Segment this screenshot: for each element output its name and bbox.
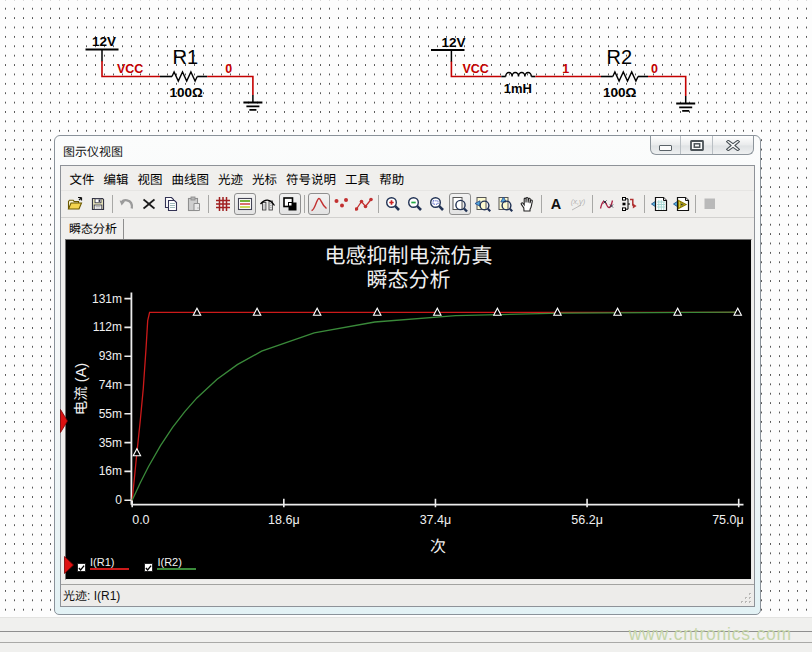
legend-select-arrow[interactable] (64, 556, 74, 574)
export-excel-button[interactable] (648, 193, 670, 215)
export-graph-button[interactable] (619, 193, 641, 215)
grid-icon (215, 196, 231, 212)
wire[interactable] (207, 77, 253, 96)
plot-area[interactable] (66, 240, 751, 579)
undo-button (115, 193, 137, 215)
svg-text:(x,y): (x,y) (571, 197, 586, 206)
x-tick-label: 75.0μ (684, 513, 744, 527)
supply-voltage-label: 12V (92, 34, 116, 49)
zoom-vertical-button[interactable] (493, 193, 515, 215)
y-tick-label: 74m (62, 379, 122, 391)
legend-color-line (90, 568, 129, 570)
legend-checkbox-I(R2)[interactable] (144, 563, 153, 572)
legend-color-line (157, 568, 196, 570)
zoom-page-button[interactable] (449, 193, 471, 215)
close-button[interactable] (713, 136, 753, 154)
toolbar: A(x,y) (61, 191, 754, 218)
maximize-button[interactable] (681, 136, 712, 154)
x-tick-label: 0.0 (132, 513, 192, 527)
zoom-out-button[interactable] (404, 193, 426, 215)
menu-bar: 文件编辑视图曲线图光迹光标符号说明工具帮助 (61, 166, 754, 191)
graph-properties-icon (259, 196, 276, 212)
toolbar-separator (208, 195, 209, 213)
trace-dots-line-button[interactable] (352, 193, 374, 215)
axes-lines (131, 293, 743, 505)
inductor-symbol[interactable] (506, 72, 532, 76)
graph-properties-button[interactable] (256, 193, 278, 215)
wire[interactable] (648, 77, 686, 97)
copy-button[interactable] (160, 193, 182, 215)
invert-colors-button[interactable] (279, 193, 301, 215)
zoom-horizontal-button[interactable] (471, 193, 493, 215)
y-axis-select-arrow[interactable] (60, 409, 68, 433)
overlay-traces-icon (599, 196, 616, 212)
copy-icon (163, 196, 179, 212)
y-tick-label: 112m (62, 321, 122, 333)
pan-hand-button[interactable] (516, 193, 538, 215)
zoom-page-icon (451, 196, 468, 213)
ground-symbol[interactable] (243, 103, 262, 110)
export-graph-icon (621, 196, 638, 212)
undo-icon (119, 196, 135, 212)
toolbar-separator (304, 195, 305, 213)
resistor-symbol[interactable] (172, 72, 197, 81)
resize-grip[interactable] (741, 593, 752, 604)
overlay-traces-button[interactable] (596, 193, 618, 215)
zoom-window-button[interactable] (426, 193, 448, 215)
tab-transient-analysis[interactable]: 瞬态分析 (63, 219, 124, 239)
menu-item-4[interactable]: 曲线图 (167, 165, 214, 192)
paste-icon (186, 196, 202, 212)
y-tick-label: 131m (62, 293, 122, 305)
legend-checkbox-I(R1)[interactable] (77, 563, 86, 572)
text-annotation-button[interactable]: A (545, 193, 567, 215)
window-titlebar[interactable]: 图示仪视图 (55, 136, 760, 165)
zoom-window-icon (429, 196, 445, 212)
open-button[interactable] (64, 193, 86, 215)
menu-item-3[interactable]: 视图 (133, 165, 167, 192)
legend: I(R1)I(R2) (77, 556, 212, 572)
zoom-in-button[interactable] (381, 193, 403, 215)
export-excel-run-button[interactable] (670, 193, 692, 215)
trace-I(R1)[interactable] (132, 312, 739, 500)
y-tick-label: 16m (62, 465, 122, 477)
minimize-button[interactable] (651, 136, 681, 154)
toolbar-separator (541, 195, 542, 213)
zoom-in-icon (385, 196, 401, 212)
net-label-vcc: VCC (463, 62, 489, 76)
net-label-vcc: VCC (117, 62, 143, 76)
y-tick-label: 55m (62, 408, 122, 420)
resistor-value-label: 100Ω (170, 85, 204, 100)
y-tick-label: 0 (62, 494, 122, 506)
delete-button[interactable] (138, 193, 160, 215)
y-ticks (124, 299, 131, 501)
status-bar: 光迹: I(R1) (61, 584, 754, 606)
menu-item-5[interactable]: 光迹 (214, 165, 248, 192)
menu-item-2[interactable]: 编辑 (99, 165, 133, 192)
trace-curve-button[interactable] (308, 193, 330, 215)
resistor-value-label: 100Ω (603, 85, 637, 100)
trace-I(R2)[interactable] (132, 312, 739, 500)
resistor-symbol[interactable] (613, 72, 638, 81)
inductor-value-label: 1mH (504, 81, 532, 96)
menu-item-9[interactable]: 帮助 (375, 165, 409, 192)
save-button[interactable] (86, 193, 108, 215)
chart-panel: 电感抑制电流仿真 瞬态分析 电流 (A) 次 016m35m55m74m93m1… (65, 239, 752, 580)
toolbar-separator (378, 195, 379, 213)
trace-dots-button[interactable] (330, 193, 352, 215)
trace-marker (133, 449, 140, 456)
status-trace-text: 光迹: I(R1) (63, 586, 120, 603)
menu-item-7[interactable]: 符号说明 (282, 165, 341, 192)
legend-button[interactable] (234, 193, 256, 215)
toolbar-separator (695, 195, 696, 213)
invert-colors-icon (282, 196, 298, 212)
window-title: 图示仪视图 (63, 142, 123, 159)
grid-button[interactable] (212, 193, 234, 215)
menu-item-8[interactable]: 工具 (341, 165, 375, 192)
ground-symbol[interactable] (676, 104, 695, 111)
menu-item-6[interactable]: 光标 (248, 165, 282, 192)
resistor-refdes: R1 (173, 46, 199, 68)
menu-item-1[interactable]: 文件 (65, 165, 99, 192)
trace-curve-icon (310, 196, 328, 213)
y-tick-label: 35m (62, 437, 122, 449)
save-icon (90, 196, 106, 212)
